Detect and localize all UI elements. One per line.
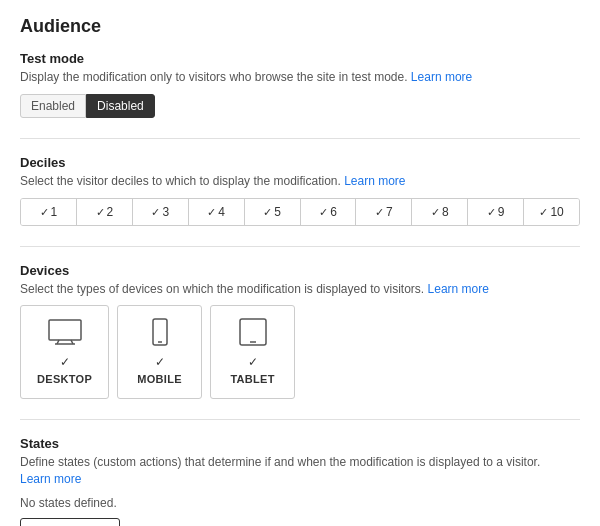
test-mode-title: Test mode	[20, 51, 580, 66]
deciles-learn-more[interactable]: Learn more	[344, 174, 405, 188]
page-title: Audience	[20, 16, 580, 37]
test-mode-description: Display the modification only to visitor…	[20, 69, 580, 86]
devices-section: Devices Select the types of devices on w…	[20, 263, 580, 400]
mobile-icon	[134, 318, 185, 351]
deciles-description: Select the visitor deciles to which to d…	[20, 173, 580, 190]
decile-4[interactable]: ✓4	[189, 199, 245, 225]
test-mode-learn-more[interactable]: Learn more	[411, 70, 472, 84]
define-states-button[interactable]: Define states	[20, 518, 120, 526]
test-mode-section: Test mode Display the modification only …	[20, 51, 580, 118]
decile-9[interactable]: ✓9	[468, 199, 524, 225]
states-section: States Define states (custom actions) th…	[20, 436, 580, 526]
desktop-check: ✓	[37, 355, 92, 369]
tablet-label: TABLET	[230, 373, 274, 385]
device-tablet[interactable]: ✓ TABLET	[210, 305, 295, 399]
divider-2	[20, 246, 580, 247]
device-mobile[interactable]: ✓ MOBILE	[117, 305, 202, 399]
devices-learn-more[interactable]: Learn more	[428, 282, 489, 296]
desktop-label: DESKTOP	[37, 373, 92, 385]
divider-1	[20, 138, 580, 139]
deciles-title: Deciles	[20, 155, 580, 170]
decile-1[interactable]: ✓1	[21, 199, 77, 225]
decile-2[interactable]: ✓2	[77, 199, 133, 225]
no-states-label: No states defined.	[20, 496, 580, 510]
svg-rect-4	[153, 319, 167, 345]
states-learn-more[interactable]: Learn more	[20, 472, 81, 486]
desktop-icon	[37, 318, 92, 351]
decile-3[interactable]: ✓3	[133, 199, 189, 225]
devices-title: Devices	[20, 263, 580, 278]
decile-8[interactable]: ✓8	[412, 199, 468, 225]
mobile-label: MOBILE	[137, 373, 182, 385]
states-description: Define states (custom actions) that dete…	[20, 454, 580, 488]
devices-grid: ✓ DESKTOP ✓ MOBILE ✓ TABLET	[20, 305, 580, 399]
test-mode-disabled-button[interactable]: Disabled	[86, 94, 155, 118]
decile-5[interactable]: ✓5	[245, 199, 301, 225]
device-desktop[interactable]: ✓ DESKTOP	[20, 305, 109, 399]
devices-description: Select the types of devices on which the…	[20, 281, 580, 298]
svg-rect-0	[49, 320, 81, 340]
decile-10[interactable]: ✓10	[524, 199, 579, 225]
test-mode-enabled-button[interactable]: Enabled	[20, 94, 86, 118]
tablet-icon	[227, 318, 278, 351]
test-mode-toggle: Enabled Disabled	[20, 94, 580, 118]
svg-rect-6	[240, 319, 266, 345]
mobile-check: ✓	[134, 355, 185, 369]
divider-3	[20, 419, 580, 420]
decile-6[interactable]: ✓6	[301, 199, 357, 225]
deciles-grid: ✓1 ✓2 ✓3 ✓4 ✓5 ✓6 ✓7 ✓8 ✓9 ✓10	[20, 198, 580, 226]
decile-7[interactable]: ✓7	[356, 199, 412, 225]
states-title: States	[20, 436, 580, 451]
tablet-check: ✓	[227, 355, 278, 369]
deciles-section: Deciles Select the visitor deciles to wh…	[20, 155, 580, 226]
